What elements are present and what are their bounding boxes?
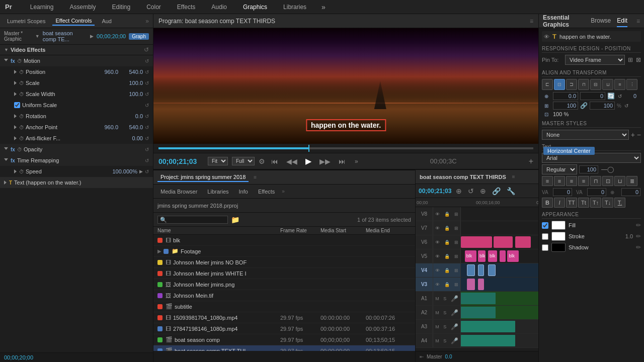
ta-right-btn[interactable]: ≡ xyxy=(566,176,577,186)
proj-item-3[interactable]: 🎞 Johnson Meier jmins WHITE I xyxy=(153,268,415,279)
underline-btn[interactable]: T. xyxy=(614,198,625,208)
stroke-checkbox[interactable] xyxy=(542,233,548,240)
item-name-3[interactable]: Johnson Meier jmins WHITE I xyxy=(173,270,280,277)
ta-top-btn[interactable]: ⊓ xyxy=(590,176,601,186)
transform-reset2-icon[interactable]: ↺ xyxy=(624,103,628,109)
pin-icon-2[interactable]: ⊠ xyxy=(636,56,641,63)
v4-link-icon[interactable]: ⊞ xyxy=(454,268,458,273)
transform-y-input[interactable] xyxy=(580,92,605,100)
scale-value[interactable]: 100.0 xyxy=(120,80,143,86)
bold-btn[interactable]: B xyxy=(542,198,553,208)
v5-clip-2[interactable]: blk xyxy=(478,250,486,262)
v6-clip-1[interactable] xyxy=(461,236,492,248)
ms-delete-icon[interactable]: − xyxy=(637,131,641,139)
a2-mic-icon[interactable]: 🎤 xyxy=(451,309,458,316)
new-bin-icon[interactable]: 📁 xyxy=(231,216,239,224)
size-slider-icon[interactable]: —◯ xyxy=(601,166,614,173)
position-reset-icon[interactable]: ↺ xyxy=(145,69,149,75)
a1-s-btn[interactable]: S xyxy=(443,296,446,301)
a1-m-btn[interactable]: M xyxy=(435,296,439,301)
scale-reset-icon[interactable]: ↺ xyxy=(145,80,149,86)
scale-row[interactable]: ⏱ Scale 100.0 ↺ xyxy=(0,77,153,88)
font-size-input[interactable] xyxy=(579,165,598,173)
v3-lock-icon[interactable]: 🔒 xyxy=(444,282,450,287)
v6-clip-2[interactable] xyxy=(494,236,513,248)
monitor-menu-icon[interactable]: ≡ xyxy=(530,18,533,25)
motion-section[interactable]: fx ⏱ Motion ↺ xyxy=(0,55,153,66)
project-tab-libraries[interactable]: Libraries xyxy=(204,188,231,196)
proj-item-1[interactable]: ▶ 📁 Footage xyxy=(153,246,415,257)
project-tabs-more[interactable]: » xyxy=(282,189,285,194)
item-name-1[interactable]: Footage xyxy=(181,248,280,254)
a3-s-btn[interactable]: S xyxy=(443,324,446,329)
layer-item[interactable]: 👁 T happen on the water. xyxy=(542,31,641,42)
scalewidth-value[interactable]: 100.0 xyxy=(120,91,143,97)
track-v7-content[interactable] xyxy=(461,221,538,235)
fill-edit-icon[interactable]: ✏ xyxy=(636,222,641,229)
italic-btn[interactable]: I xyxy=(554,198,565,208)
nav-libraries[interactable]: Libraries xyxy=(280,3,309,12)
link-size-icon[interactable]: 🔗 xyxy=(580,102,588,109)
opacity-reset-icon[interactable]: ↺ xyxy=(145,147,149,152)
item-name-9[interactable]: boat season comp xyxy=(175,337,280,343)
step-back-btn[interactable]: ◀◀ xyxy=(284,156,299,166)
settings-icon[interactable]: ⚙ xyxy=(259,157,265,165)
position-x-value[interactable]: 960.0 xyxy=(96,69,118,75)
align-hcenter-btn[interactable]: ⊡ xyxy=(554,79,565,90)
play-button[interactable]: ▶ xyxy=(303,155,313,167)
item-name-5[interactable]: Johnson Mein.tif xyxy=(173,293,280,299)
anchor-reset-icon[interactable]: ↺ xyxy=(145,125,149,130)
v8-link-icon[interactable]: ⊞ xyxy=(454,212,458,217)
nav-more-icon[interactable]: » xyxy=(321,3,326,11)
proj-item-10[interactable]: 🎬 boat season comp TEXT THI... 29.97 fps… xyxy=(153,345,415,351)
effect-controls-tab[interactable]: Effect Controls xyxy=(52,17,95,26)
uniform-reset-icon[interactable]: ↺ xyxy=(145,103,149,108)
a3-m-btn[interactable]: M xyxy=(435,324,439,329)
smallcaps-btn[interactable]: Tt xyxy=(578,198,589,208)
item-name-7[interactable]: 15093981704_1080p.mp4 xyxy=(173,315,280,321)
align-top-btn[interactable]: ⊓ xyxy=(578,79,589,90)
monitor-scrubber[interactable] xyxy=(153,144,538,153)
text-layer-section[interactable]: T Text (happen on the water.) xyxy=(0,177,153,188)
tracking-input[interactable] xyxy=(587,188,606,196)
v6-link-icon[interactable]: ⊞ xyxy=(454,240,458,245)
tl-wrench-btn[interactable]: 🔧 xyxy=(505,186,517,196)
monitor-timecode[interactable]: 00;00;21;03 xyxy=(158,157,204,165)
v5-clip-1[interactable]: blk xyxy=(465,250,476,262)
tl-add-track-btn[interactable]: ⊕ xyxy=(454,186,463,196)
uniform-scale-row[interactable]: Uniform Scale ↺ xyxy=(0,100,153,111)
allcaps-btn[interactable]: TT xyxy=(566,198,577,208)
timeremapping-reset-icon[interactable]: ↺ xyxy=(145,158,149,163)
track-a1-content[interactable] xyxy=(461,292,538,305)
item-name-8[interactable]: 27847198146_1080p.mp4 xyxy=(173,326,280,332)
ta-extra-btn[interactable]: ≣ xyxy=(626,176,637,186)
track-v5-content[interactable]: blk blk blk blk xyxy=(461,249,538,263)
a2-clip[interactable] xyxy=(461,307,496,318)
a2-s-btn[interactable]: S xyxy=(443,310,446,315)
track-v3-content[interactable] xyxy=(461,278,538,291)
fit-select[interactable]: Fit xyxy=(208,157,228,165)
speed-row[interactable]: ⏱ Speed 100.000% ▶ ↺ xyxy=(0,166,153,177)
proj-item-7[interactable]: 🎞 15093981704_1080p.mp4 29.97 fps 00:00:… xyxy=(153,312,415,323)
track-a4-content[interactable] xyxy=(461,334,538,347)
lumetri-scopes-tab[interactable]: Lumetri Scopes xyxy=(4,17,48,25)
layer-visibility-icon[interactable]: 👁 xyxy=(544,34,549,40)
track-v4-content[interactable] xyxy=(461,263,538,277)
stroke-edit-icon[interactable]: ✏ xyxy=(636,233,641,240)
item-name-0[interactable]: blk xyxy=(173,237,280,243)
v5-eye-icon[interactable]: 👁 xyxy=(435,254,440,259)
proj-item-2[interactable]: 🎞 Johnson Meier jmins NO BOF xyxy=(153,257,415,268)
loop-icon[interactable]: » xyxy=(355,158,358,165)
v3-clip-1[interactable] xyxy=(467,279,474,290)
anchor-y-value[interactable]: 540.0 xyxy=(120,124,143,130)
transform-lock-icon[interactable]: 🔄 xyxy=(607,93,615,100)
nav-learning[interactable]: Learning xyxy=(27,3,57,12)
graph-button[interactable]: Graph xyxy=(129,33,149,40)
v5-clip-5[interactable]: blk xyxy=(507,250,519,262)
edit-tab[interactable]: Edit xyxy=(617,15,627,27)
layer-text-content[interactable]: happen on the water. xyxy=(559,34,611,40)
ms-add-icon[interactable]: + xyxy=(631,131,635,139)
v4-clip-1[interactable] xyxy=(467,264,474,276)
anchor-point-row[interactable]: ⏱ Anchor Point 960.0 540.0 ↺ xyxy=(0,122,153,133)
v4-lock-icon[interactable]: 🔒 xyxy=(444,268,450,273)
